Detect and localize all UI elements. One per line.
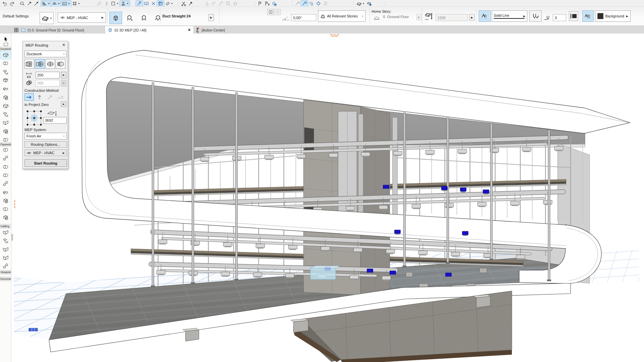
- viewport-3d[interactable]: [0, 0, 644, 362]
- marquee-options-button[interactable]: ▼: [110, 1, 120, 7]
- fill-toggle-button[interactable]: [582, 10, 594, 22]
- tool-ductwork-5[interactable]: [1, 94, 11, 102]
- fillet-button[interactable]: [218, 1, 225, 7]
- relative-coords-button[interactable]: [267, 9, 274, 15]
- flag-tool-button[interactable]: [257, 1, 264, 7]
- tool-ductwork-2[interactable]: [1, 68, 11, 76]
- tool-pipework-8[interactable]: [1, 214, 11, 222]
- offset-expand[interactable]: ▶: [469, 14, 475, 21]
- snap-guides-button[interactable]: ▼: [51, 1, 61, 7]
- tool-cabling-3[interactable]: [1, 254, 11, 262]
- tool-ductwork-8[interactable]: [1, 119, 11, 127]
- inject-parameters-button[interactable]: [33, 1, 40, 7]
- reference-expand[interactable]: ▶: [61, 102, 66, 107]
- method-slanted[interactable]: [45, 93, 55, 101]
- view-mode-3-button[interactable]: [138, 12, 150, 24]
- duct-height-expand[interactable]: ▶: [61, 80, 66, 86]
- change-story-button[interactable]: [271, 1, 278, 7]
- mep-elbow-button[interactable]: [308, 1, 315, 7]
- trace-b-button[interactable]: [103, 1, 110, 7]
- tool-ductwork-9[interactable]: [1, 127, 11, 135]
- routing-options-button[interactable]: Routing Options...: [24, 141, 67, 148]
- palette-layer-button[interactable]: MEP - HVAC ▶: [24, 149, 67, 156]
- stories-dropdown[interactable]: All Relevant Stories ˅: [318, 10, 366, 22]
- duct-height-field[interactable]: 200: [36, 80, 60, 86]
- trace-a-button[interactable]: [96, 1, 103, 7]
- tool-cabling-1[interactable]: [1, 237, 11, 245]
- tool-ductwork-7[interactable]: [1, 110, 11, 118]
- tab-3d-mep[interactable]: 02 3D MEP [3D / All] ✕: [105, 26, 194, 34]
- anchor-grid[interactable]: [25, 109, 44, 127]
- trim-button[interactable]: [211, 1, 218, 7]
- stretch-button[interactable]: [225, 1, 232, 7]
- dimensions-button[interactable]: 12: [143, 1, 150, 7]
- mep-type-dropdown[interactable]: Ductwork˅: [24, 51, 67, 57]
- delete-button[interactable]: [150, 1, 157, 7]
- tool-pipework-1[interactable]: [1, 154, 11, 162]
- pen-check-button[interactable]: [529, 10, 542, 22]
- guide-lines-button[interactable]: ▼: [41, 1, 51, 7]
- tool-ductwork-1[interactable]: [1, 59, 11, 67]
- quick-layout-icon[interactable]: [14, 27, 19, 33]
- method-horizontal[interactable]: [24, 93, 34, 101]
- shower-button[interactable]: [204, 1, 211, 7]
- fill-dropdown[interactable]: Background ▶: [595, 10, 631, 22]
- tool-pipework-4[interactable]: [1, 180, 11, 188]
- tool-pipework-7[interactable]: [1, 205, 11, 213]
- home-story-expand[interactable]: ▶: [417, 14, 422, 20]
- mep-system-dropdown[interactable]: Fresh Air˅: [24, 133, 67, 139]
- method-vertical[interactable]: [35, 93, 44, 101]
- tab-ground-floor[interactable]: (!) 0. Ground Floor [0. Ground Floor]: [21, 26, 84, 34]
- grid-tool-button[interactable]: [157, 1, 164, 7]
- element-type-expand[interactable]: ▶: [208, 14, 214, 21]
- flag-list-button[interactable]: [264, 1, 271, 7]
- spline-a-button[interactable]: [294, 1, 301, 7]
- tab-action-center[interactable]: [Action Center]: [195, 26, 225, 34]
- snap-grid-button[interactable]: ▼: [71, 1, 81, 7]
- start-routing-button[interactable]: Start Routing: [24, 159, 67, 167]
- duct-width-expand[interactable]: ▶: [61, 72, 66, 78]
- undo-button[interactable]: [1, 1, 8, 7]
- tool-pipework-3[interactable]: [1, 171, 11, 179]
- elevation-field[interactable]: 3692: [43, 117, 67, 124]
- element-settings-button[interactable]: ▼: [40, 12, 54, 24]
- pen-weight-field[interactable]: 3: [553, 14, 566, 21]
- edit-elements-button[interactable]: [136, 1, 143, 7]
- duct-shape-round[interactable]: [35, 59, 45, 69]
- close-tab-icon[interactable]: ✕: [188, 28, 191, 32]
- duct-width-field[interactable]: 200: [36, 72, 60, 78]
- spline-b-button[interactable]: [301, 1, 308, 7]
- tool-pipework-2[interactable]: [1, 163, 11, 171]
- view-mode-3d-button[interactable]: [109, 12, 122, 24]
- method-spatial[interactable]: [56, 93, 65, 101]
- pick-up-parameters-button[interactable]: [26, 1, 33, 7]
- coordinate-input-button[interactable]: xy▼: [61, 1, 71, 7]
- duct-shape-rect[interactable]: [24, 59, 34, 69]
- tool-ductwork-0[interactable]: [1, 51, 11, 59]
- redo-button[interactable]: [8, 1, 15, 7]
- tool-cabling-4[interactable]: [1, 262, 11, 270]
- duct-shape-oval[interactable]: [45, 59, 55, 69]
- split-button[interactable]: [180, 1, 187, 7]
- suspend-groups-button[interactable]: ▼: [164, 1, 174, 7]
- tool-ductwork-4[interactable]: [1, 85, 11, 93]
- adjust-button[interactable]: [187, 1, 194, 7]
- line-toggle-button[interactable]: [479, 10, 491, 22]
- angle-field[interactable]: 0,00°: [291, 14, 316, 21]
- view-mode-2-button[interactable]: [123, 12, 136, 24]
- tool-cabling-2[interactable]: [1, 245, 11, 253]
- tool-pipework-5[interactable]: [1, 188, 11, 196]
- offset-field[interactable]: 1200: [435, 14, 468, 21]
- line-type-expand[interactable]: ▶: [522, 13, 527, 19]
- zoom-select-button[interactable]: [19, 1, 26, 7]
- pen-color-button[interactable]: [569, 11, 578, 21]
- mep-z-button[interactable]: [322, 1, 329, 7]
- mep-adjust-button[interactable]: [315, 1, 322, 7]
- relative-coords-alt-button[interactable]: [274, 9, 281, 15]
- layer-dropdown[interactable]: MEP - HVAC ▶: [58, 12, 106, 23]
- duct-tool-button[interactable]: ▼: [356, 1, 366, 7]
- duct-shape-flex[interactable]: [56, 59, 65, 69]
- tool-pipework-0[interactable]: [1, 146, 11, 154]
- tool-ductwork-6[interactable]: [1, 102, 11, 110]
- palette-close-icon[interactable]: ✕: [62, 43, 65, 47]
